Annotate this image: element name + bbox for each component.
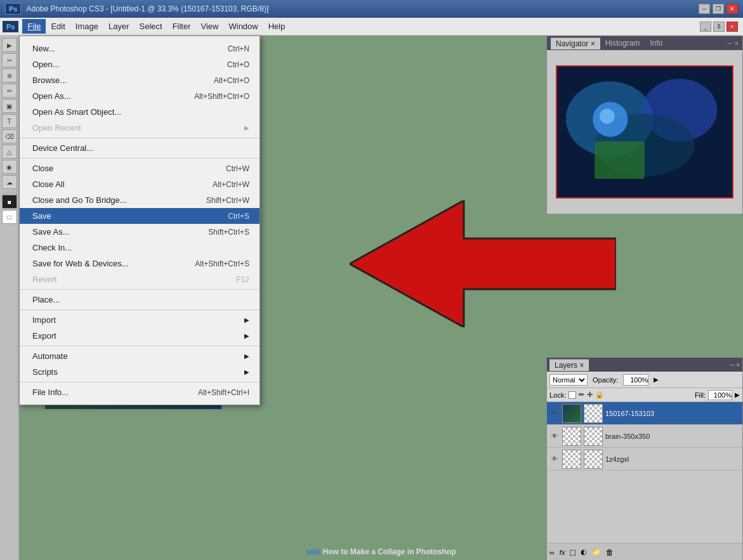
- menu-item-revert[interactable]: Revert F12: [20, 271, 260, 287]
- menu-item-scripts[interactable]: Scripts: [20, 364, 260, 380]
- menu-item-import[interactable]: Import: [20, 312, 260, 328]
- menu-item-place[interactable]: Place...: [20, 292, 260, 308]
- app-restore-button[interactable]: δ: [713, 22, 725, 32]
- navigator-panel-header: Navigator × Histogram Info ─ ×: [547, 36, 742, 50]
- layer-eye-1[interactable]: 👁: [549, 431, 560, 441]
- lock-icon-move: ✛: [587, 391, 593, 399]
- menu-select[interactable]: Select: [135, 19, 168, 34]
- menu-item-export[interactable]: Export: [20, 328, 260, 344]
- left-toolbar: ▶ ✂ ⊕ ✏ ▣ T ⌫ △ ◉ ☁ ■ □: [0, 36, 19, 560]
- layers-mask-icon[interactable]: □: [570, 547, 575, 557]
- layer-row-2[interactable]: 👁 1z4zgxl: [547, 448, 742, 471]
- layers-lock-row: Lock: ✏ ✛ 🔒 Fill: ▶: [547, 388, 742, 402]
- ps-logo: Ps: [5, 3, 21, 15]
- minimize-button[interactable]: ─: [699, 4, 710, 14]
- menu-view[interactable]: View: [196, 19, 224, 34]
- lock-transparent-checkbox[interactable]: [569, 391, 576, 399]
- watermark-text: How to Make a Collage in Photoshop: [323, 547, 456, 556]
- blend-mode-select[interactable]: Normal Multiply Screen: [549, 374, 588, 386]
- layer-thumb-0: [562, 404, 581, 423]
- layers-panel-controls: ─ ×: [730, 361, 740, 368]
- tab-layers[interactable]: Layers ×: [549, 359, 589, 371]
- layer-eye-2[interactable]: 👁: [549, 454, 560, 464]
- menu-item-save[interactable]: Save Ctrl+S: [20, 208, 260, 224]
- menu-image[interactable]: Image: [70, 19, 103, 34]
- layer-mask-2: [584, 450, 603, 469]
- menu-section-info: File Info... Alt+Shift+Ctrl+I: [20, 382, 260, 402]
- menu-item-open-smart[interactable]: Open As Smart Object...: [20, 104, 260, 120]
- tool-crop[interactable]: ✂: [2, 53, 17, 67]
- menu-layer[interactable]: Layer: [103, 19, 135, 34]
- menu-item-file-info[interactable]: File Info... Alt+Shift+Ctrl+I: [20, 384, 260, 400]
- layers-fx-icon[interactable]: fx: [560, 549, 565, 556]
- menu-item-close-bridge[interactable]: Close and Go To Bridge... Shift+Ctrl+W: [20, 192, 260, 208]
- tool-brush[interactable]: ✏: [2, 84, 17, 98]
- layer-row-1[interactable]: 👁 brain-350x350: [547, 425, 742, 448]
- layers-trash-icon[interactable]: 🗑: [606, 548, 614, 557]
- menu-help[interactable]: Help: [263, 19, 291, 34]
- navigator-preview: [556, 65, 733, 199]
- opacity-arrow[interactable]: ▶: [654, 376, 659, 383]
- menu-item-save-as[interactable]: Save As... Shift+Ctrl+S: [20, 224, 260, 240]
- app-close-button[interactable]: ×: [727, 22, 738, 32]
- tab-info[interactable]: Info: [645, 37, 667, 49]
- menu-item-check-in[interactable]: Check In...: [20, 240, 260, 256]
- tool-fill[interactable]: ▣: [2, 99, 17, 113]
- tool-background[interactable]: □: [2, 210, 17, 224]
- layers-panel-header: Layers × ─ ×: [547, 358, 742, 372]
- lock-icon-all: 🔒: [595, 391, 604, 399]
- tool-dodge[interactable]: ☁: [2, 175, 17, 189]
- opacity-input[interactable]: [623, 374, 648, 386]
- file-dropdown: New... Ctrl+N Open... Ctrl+O Browse... A…: [19, 36, 260, 405]
- menu-item-open-recent[interactable]: Open Recent: [20, 120, 260, 136]
- layers-panel: Layers × ─ × Normal Multiply Screen Opac…: [546, 357, 743, 560]
- menu-item-open[interactable]: Open... Ctrl+O: [20, 56, 260, 72]
- layer-name-2: 1z4zgxl: [605, 455, 740, 463]
- fill-input[interactable]: [708, 390, 732, 400]
- panel-menu-icon[interactable]: ─ ×: [728, 39, 739, 47]
- menu-section-open: New... Ctrl+N Open... Ctrl+O Browse... A…: [20, 39, 260, 138]
- layers-footer: ∞ fx □ ◐ 📁 🗑: [547, 543, 742, 560]
- layer-eye-0[interactable]: 👁: [549, 408, 560, 419]
- menu-item-device-central[interactable]: Device Central...: [20, 140, 260, 156]
- close-button[interactable]: ✕: [727, 4, 738, 14]
- layers-folder-icon[interactable]: 📁: [592, 548, 601, 556]
- watermark-wiki: wiki: [306, 547, 320, 556]
- layers-list: 👁 150167-153103 👁 brain-350x350 👁 1z4zgx…: [547, 402, 742, 543]
- tool-type[interactable]: T: [2, 114, 17, 128]
- menu-item-new[interactable]: New... Ctrl+N: [20, 41, 260, 56]
- svg-point-7: [600, 109, 615, 124]
- tab-navigator[interactable]: Navigator ×: [551, 37, 600, 49]
- menu-item-open-as[interactable]: Open As... Alt+Shift+Ctrl+O: [20, 88, 260, 104]
- tool-blur[interactable]: ◉: [2, 160, 17, 174]
- app-minimize-button[interactable]: _: [700, 22, 711, 32]
- menu-item-close-all[interactable]: Close All Alt+Ctrl+W: [20, 176, 260, 192]
- tool-select[interactable]: ▶: [2, 38, 17, 52]
- svg-rect-5: [595, 141, 645, 179]
- menu-item-automate[interactable]: Automate: [20, 348, 260, 364]
- fill-arrow[interactable]: ▶: [735, 391, 740, 398]
- layers-panel-close[interactable]: ×: [736, 361, 740, 368]
- menu-item-save-web[interactable]: Save for Web & Devices... Alt+Shift+Ctrl…: [20, 256, 260, 271]
- layers-panel-collapse[interactable]: ─: [730, 361, 735, 368]
- layers-link-icon[interactable]: ∞: [549, 549, 555, 556]
- tool-foreground[interactable]: ■: [2, 195, 17, 209]
- menu-item-browse[interactable]: Browse... Alt+Ctrl+O: [20, 72, 260, 88]
- tab-histogram[interactable]: Histogram: [600, 37, 645, 49]
- menu-section-import-export: Import Export: [20, 310, 260, 346]
- menu-item-close[interactable]: Close Ctrl+W: [20, 160, 260, 176]
- layer-row-0[interactable]: 👁 150167-153103: [547, 402, 742, 425]
- tool-shape[interactable]: △: [2, 145, 17, 159]
- menu-window[interactable]: Window: [223, 19, 263, 34]
- menu-filter[interactable]: Filter: [168, 19, 196, 34]
- title-bar-text: Adobe Photoshop CS3 - [Untitled-1 @ 33.3…: [26, 4, 699, 13]
- dropdown-menu-container: New... Ctrl+N Open... Ctrl+O Browse... A…: [19, 36, 260, 405]
- tool-eraser[interactable]: ⌫: [2, 129, 17, 143]
- layers-adjustment-icon[interactable]: ◐: [581, 548, 587, 556]
- menu-section-automate: Automate Scripts: [20, 346, 260, 382]
- menu-file[interactable]: File: [22, 19, 46, 34]
- main-container: ▶ ✂ ⊕ ✏ ▣ T ⌫ △ ◉ ☁ ■ □ New... Ctrl+N Op…: [0, 36, 743, 560]
- restore-button[interactable]: ❐: [713, 4, 724, 14]
- tool-zoom[interactable]: ⊕: [2, 68, 17, 82]
- menu-edit[interactable]: Edit: [46, 19, 70, 34]
